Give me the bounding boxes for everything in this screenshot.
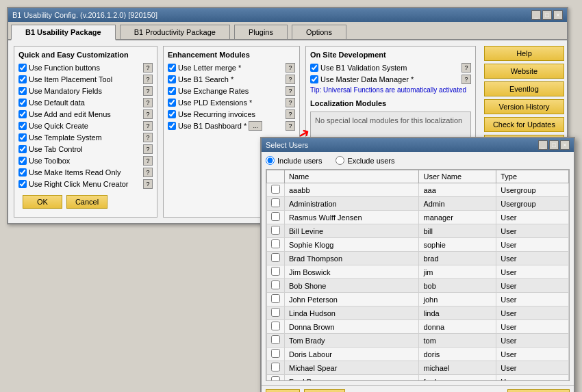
user-type-cell: User [496,348,569,361]
help-icon[interactable]: ? [143,75,153,84]
maximize-button[interactable]: □ [542,10,552,20]
eventlog-button[interactable]: Eventlog [484,81,564,96]
left-checkbox-5[interactable] [18,122,27,130]
right-checkbox-0[interactable] [310,64,318,72]
help-icon[interactable]: ? [143,144,153,154]
user-name-cell: Donna Brown [285,320,419,334]
help-button[interactable]: Help [484,46,564,61]
middle-checkbox-5[interactable] [168,122,176,130]
user-checkbox-3[interactable] [271,226,280,235]
user-username-cell: donna [419,320,496,334]
exclude-users-label[interactable]: Exclude users [336,156,394,165]
middle-checkbox-1[interactable] [168,75,176,83]
middle-panel-title: Enhancement Modules [168,51,295,59]
table-row[interactable]: Bill LevinebillUser [267,224,569,238]
left-checkbox-3[interactable] [18,99,27,107]
include-users-label[interactable]: Include users [266,156,322,165]
middle-checkbox-4[interactable] [168,110,176,118]
help-icon[interactable]: ? [143,133,153,142]
help-icon[interactable]: ? [143,168,153,177]
help-icon[interactable]: ? [461,63,471,73]
user-checkbox-12[interactable] [271,349,280,358]
dialog-ok-button[interactable]: OK [266,389,300,392]
user-checkbox-1[interactable] [271,198,280,207]
user-checkbox-6[interactable] [271,267,280,276]
check-for-updates-button[interactable]: Check for Updates [484,117,564,132]
middle-checkbox-3[interactable] [168,99,176,107]
help-icon[interactable]: ? [286,121,295,131]
version-history-button[interactable]: Version History [484,99,564,114]
exclude-users-radio[interactable] [336,156,344,165]
middle-checkbox-2[interactable] [168,87,176,95]
table-row[interactable]: Jim BoswickjimUser [267,265,569,279]
left-checkbox-0[interactable] [18,64,27,72]
tab-options[interactable]: Options [292,25,346,39]
website-button[interactable]: Website [484,64,564,79]
left-checkbox-9[interactable] [18,168,27,177]
table-row[interactable]: Doris LabourdorisUser [267,348,569,361]
table-row[interactable]: John PetersonjohnUser [267,293,569,306]
help-icon[interactable]: ? [143,109,153,119]
help-icon[interactable]: ? [461,75,471,84]
user-checkbox-2[interactable] [271,212,280,221]
user-checkbox-5[interactable] [271,253,280,262]
user-checkbox-4[interactable] [271,239,280,248]
table-row[interactable]: Brad ThompsonbradUser [267,252,569,265]
cancel-button[interactable]: Cancel [66,195,107,209]
table-row[interactable]: Sophie KloggsophieUser [267,238,569,252]
left-checkbox-1[interactable] [18,75,27,83]
left-checkbox-8[interactable] [18,157,27,165]
table-row[interactable]: AdministrationAdminUsergroup [267,197,569,211]
dots-button[interactable]: ... [249,121,262,131]
tab-b1-usability[interactable]: B1 Usability Package [11,25,116,40]
help-icon[interactable]: ? [143,63,153,73]
user-checkbox-10[interactable] [271,322,280,330]
help-icon[interactable]: ? [286,63,295,73]
ok-button[interactable]: OK [23,195,62,209]
dialog-minimize-button[interactable]: _ [538,140,548,150]
tab-plugins[interactable]: Plugins [234,25,288,39]
user-checkbox-0[interactable] [271,185,280,194]
table-row[interactable]: aaabbaaaUsergroup [267,183,569,197]
dialog-usergroups-button[interactable]: Usergroups [507,389,570,392]
help-icon[interactable]: ? [143,86,153,96]
user-checkbox-8[interactable] [271,294,280,303]
dialog-cancel-button[interactable]: Cancel [304,389,345,392]
help-icon[interactable]: ? [143,179,153,189]
table-row[interactable]: Rasmus Wulff JensenmanagerUser [267,211,569,224]
table-row[interactable]: Fred BuyerfredUser [267,375,569,382]
help-icon[interactable]: ? [286,98,295,107]
help-icon[interactable]: ? [143,98,153,107]
include-users-radio[interactable] [266,156,275,165]
user-name-cell: Administration [285,197,419,211]
users-table-container[interactable]: Name User Name Type aaabbaaaUsergroupAdm… [266,169,570,381]
table-row[interactable]: Bob ShonebobUser [267,279,569,293]
dialog-close-button[interactable]: × [560,140,570,150]
help-icon[interactable]: ? [143,121,153,131]
help-icon[interactable]: ? [286,109,295,119]
user-checkbox-14[interactable] [271,376,280,381]
close-button[interactable]: × [553,10,563,20]
left-checkbox-7[interactable] [18,145,27,153]
right-checkbox-1[interactable] [310,75,318,83]
table-row[interactable]: Donna BrowndonnaUser [267,320,569,334]
table-row[interactable]: Tom BradytomUser [267,334,569,348]
user-checkbox-7[interactable] [271,280,280,289]
user-username-cell: bob [419,279,496,293]
table-row[interactable]: Linda HudsonlindaUser [267,306,569,320]
left-checkbox-10[interactable] [18,180,27,188]
user-checkbox-11[interactable] [271,335,280,344]
help-icon[interactable]: ? [286,86,295,96]
left-checkbox-6[interactable] [18,133,27,142]
table-row[interactable]: Michael SpearmichaelUser [267,361,569,375]
left-checkbox-2[interactable] [18,87,27,95]
tab-b1-productivity[interactable]: B1 Productivity Package [120,25,230,39]
help-icon[interactable]: ? [143,156,153,166]
user-checkbox-9[interactable] [271,308,280,317]
left-checkbox-4[interactable] [18,110,27,118]
middle-checkbox-0[interactable] [168,64,176,72]
dialog-maximize-button[interactable]: □ [549,140,559,150]
minimize-button[interactable]: _ [531,10,541,20]
user-checkbox-13[interactable] [271,363,280,371]
help-icon[interactable]: ? [286,75,295,84]
